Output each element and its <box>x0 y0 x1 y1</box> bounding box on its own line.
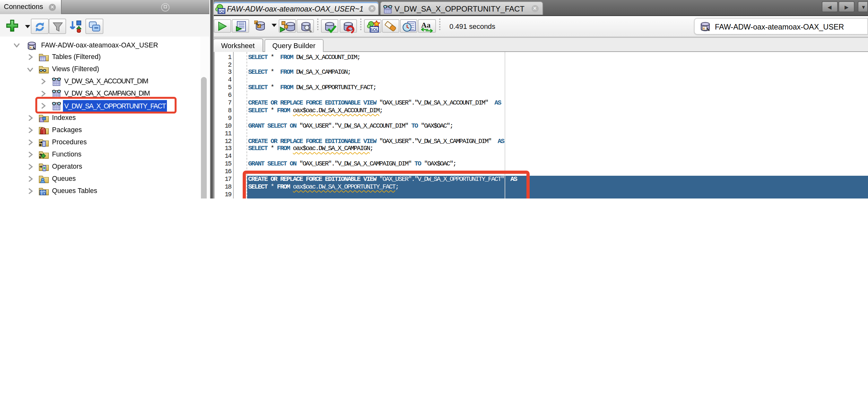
svg-text:SQL: SQL <box>217 9 225 13</box>
svg-text:e: e <box>30 45 32 49</box>
svg-text:SOL: SOL <box>370 27 379 32</box>
svg-text:e: e <box>703 26 705 30</box>
